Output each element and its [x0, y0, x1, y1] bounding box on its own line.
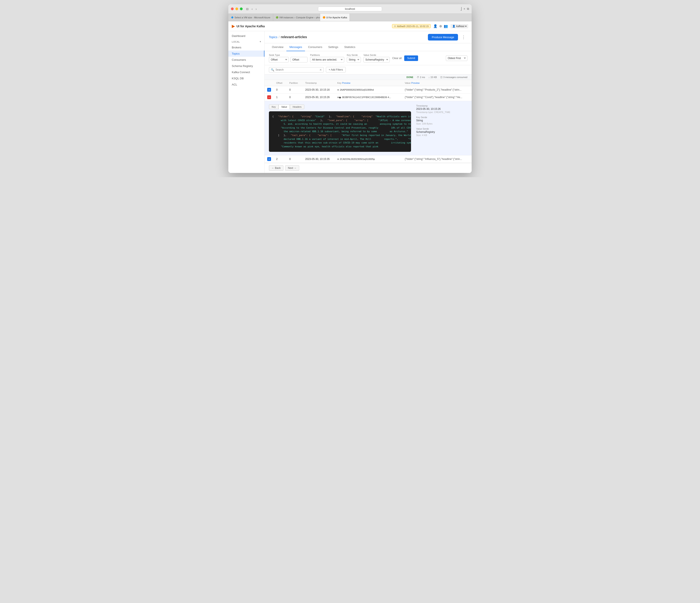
maximize-button[interactable]	[240, 7, 243, 10]
acl-label: ACL	[232, 83, 237, 86]
search-clear-icon[interactable]: ✕	[320, 68, 322, 72]
search-input[interactable]	[276, 68, 318, 71]
offset-input[interactable]	[291, 57, 307, 62]
partitions-label: Partitions	[310, 54, 344, 56]
more-options-button[interactable]: ⋮	[460, 34, 467, 41]
address-bar[interactable]: localhost	[318, 7, 382, 11]
clear-all-button[interactable]: Clear all	[392, 57, 402, 60]
download-icon: ↓	[428, 76, 430, 78]
app-body: Dashboard local ▾ Brokers Topics Consume…	[228, 31, 472, 173]
timestamp-value: 2023-05-30, 10:15:26	[416, 107, 467, 110]
json-tab-headers[interactable]: Headers	[290, 104, 304, 109]
submit-button[interactable]: Submit	[404, 55, 418, 61]
gcp-icon: 🟢	[276, 16, 278, 19]
sidebar-item-acl[interactable]: ACL	[228, 81, 265, 88]
add-filters-button[interactable]: + Add Filters	[326, 67, 346, 73]
order-select-wrap: Oldest First Newest First	[446, 55, 467, 61]
expand-row-2-button[interactable]: +	[267, 157, 271, 161]
tab-statistics[interactable]: Statistics	[341, 43, 358, 51]
brokers-label: Brokers	[232, 46, 241, 49]
sidebar-item-brokers[interactable]: Brokers	[228, 44, 265, 51]
titlebar-right: ⎦ + ⧉	[460, 7, 469, 11]
section-chevron-icon[interactable]: ▾	[260, 40, 261, 43]
browser-tab-gcp[interactable]: 🟢 VM instances – Compute Engine – phx-ng…	[273, 14, 320, 21]
titlebar-controls: ⊟ ‹ ›	[245, 7, 257, 11]
app-logo: ▶ UI for Apache Kafka	[232, 24, 265, 29]
key-type-icon: ≡	[338, 88, 339, 91]
sidebar-item-schema-registry[interactable]: Schema Registry	[228, 63, 265, 69]
row-offset: 1	[274, 94, 287, 101]
pagination: ← Back Next →	[265, 163, 472, 173]
row-key: ≡ 2CADONL0020230501ej510005p	[335, 155, 402, 163]
table-row: − 1 0 2023-05-30, 10:15:26 ≡◆ 0E0BF957A1…	[265, 94, 472, 101]
team-icon[interactable]: 👥	[444, 24, 448, 28]
search-icon: 🔍	[271, 68, 274, 72]
sidebar-item-kafka-connect[interactable]: Kafka Connect	[228, 69, 265, 75]
tab-overview[interactable]: Overview	[269, 43, 286, 51]
key-text: 2AAP00000202305​01ej51006hd	[340, 88, 374, 91]
expand-row-0-button[interactable]: +	[267, 88, 271, 92]
size-status: ↓ 15 KB	[428, 76, 436, 78]
sidebar-item-ksql[interactable]: KSQL DB	[228, 75, 265, 81]
meta-key-serde: Key Serde String Size: 109 Bytes	[416, 116, 467, 125]
windows-icon[interactable]: ⧉	[467, 7, 469, 11]
warning-id: fdd9ad9	[397, 25, 405, 27]
row-value: {"folder":{"string":"Covid"},"headline":…	[402, 94, 472, 101]
value-serde-select[interactable]: SchemaRegistry	[364, 57, 390, 62]
search-bar: 🔍 ✕ + Add Filters	[265, 65, 472, 74]
json-tab-key[interactable]: Key	[269, 104, 278, 109]
message-icon: ◫	[440, 76, 443, 78]
warning-badge[interactable]: ⚠ fdd9ad9 2023-05-11, 10:02:15	[392, 24, 431, 28]
breadcrumb-parent[interactable]: Topics	[269, 35, 277, 39]
expand-row-1-button[interactable]: −	[267, 95, 271, 99]
azure-icon: 🔷	[231, 16, 233, 19]
search-input-wrap: 🔍 ✕	[269, 67, 324, 73]
key-serde-meta-sub: Size: 109 Bytes	[416, 123, 467, 125]
clock-icon: ⏱	[417, 76, 419, 78]
produce-message-button[interactable]: Produce Message	[428, 34, 458, 41]
close-button[interactable]	[231, 7, 234, 10]
sidebar-item-dashboard[interactable]: Dashboard	[228, 33, 265, 39]
header-icons: 👤 ⊕ 👥	[433, 24, 448, 28]
breadcrumb-separator: /	[279, 35, 280, 39]
messages-status: ◫ 3 messages consumed	[440, 76, 467, 78]
sidebar-item-topics[interactable]: Topics	[228, 51, 265, 57]
share-icon[interactable]: ⎦	[460, 7, 462, 11]
status-bar: DONE ⏱ 2 ms ↓ 15 KB ◫ 3 messages consume…	[265, 74, 472, 80]
order-select[interactable]: Oldest First Newest First	[446, 55, 467, 61]
done-label: DONE	[406, 76, 414, 78]
github-icon[interactable]: ⊕	[439, 24, 442, 28]
value-serde-meta-value: SchemaRegistry	[416, 131, 467, 133]
minimize-button[interactable]	[235, 7, 238, 10]
size-value: 15 KB	[430, 76, 437, 78]
app-header: ▶ UI for Apache Kafka ⚠ fdd9ad9 2023-05-…	[228, 21, 472, 31]
meta-value-serde: Value Serde SchemaRegistry Size: 4 KB	[416, 128, 467, 136]
kafka-icon: 🟠	[323, 16, 325, 19]
tab-settings[interactable]: Settings	[325, 43, 341, 51]
value-serde-group: Value Serde SchemaRegistry	[364, 54, 390, 62]
warning-icon: ⚠	[394, 25, 396, 27]
partitions-select[interactable]: All items are selected.	[310, 57, 344, 62]
table-row: + 0 0 2023-05-30, 10:15:16 ≡ 2AAP0000020…	[265, 86, 472, 94]
tab-consumers[interactable]: Consumers	[305, 43, 325, 51]
browser-tab-kafka[interactable]: 🟠 UI for Apache Kafka	[320, 14, 350, 21]
sidebar-item-consumers[interactable]: Consumers	[228, 57, 265, 63]
back-button[interactable]: ← Back	[269, 165, 283, 171]
tab-messages[interactable]: Messages	[286, 43, 305, 51]
value-serde-meta-sub: Size: 4 KB	[416, 134, 467, 136]
user-menu[interactable]: 👤 kafkaui ▾	[451, 24, 468, 28]
profile-icon[interactable]: 👤	[433, 24, 438, 28]
key-serde-select[interactable]: String	[347, 57, 361, 62]
browser-tab-azure[interactable]: 🔷 Select a VM size - Microsoft Azure	[228, 14, 273, 21]
forward-nav[interactable]: ›	[255, 7, 257, 11]
table-row: + 2 0 2023-05-30, 10:15:35 ≡ 2CADONL0020…	[265, 155, 472, 163]
json-tab-value[interactable]: Value	[278, 104, 290, 109]
seek-type-select[interactable]: Offset Timestamp Latest	[269, 57, 289, 62]
next-button[interactable]: Next →	[285, 165, 299, 171]
row-expand-cell: +	[265, 155, 274, 163]
main-content: Topics / relevant-articles Produce Messa…	[265, 31, 472, 173]
back-nav[interactable]: ‹	[251, 7, 253, 11]
col-value: Value Preview	[402, 80, 472, 86]
new-tab-icon[interactable]: +	[464, 7, 465, 11]
sidebar-toggle[interactable]: ⊟	[245, 7, 249, 11]
